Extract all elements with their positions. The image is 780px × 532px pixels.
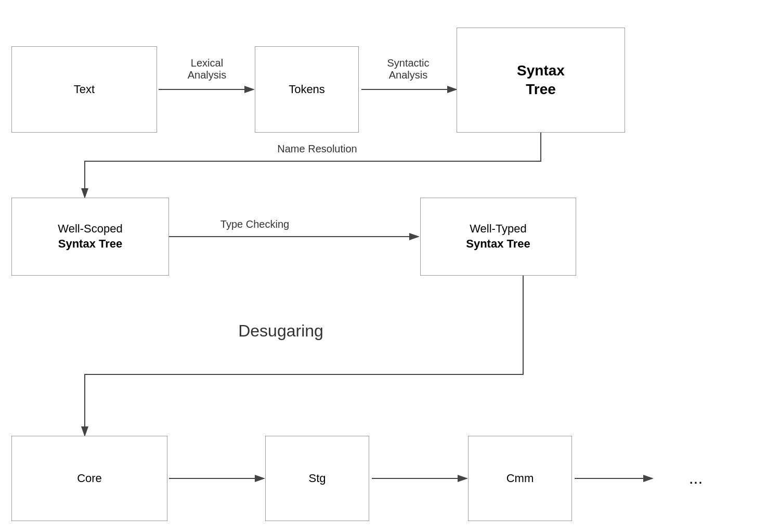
well-scoped-line1: Well-Scoped <box>58 222 122 237</box>
syntax-tree-box: Syntax Tree <box>457 28 625 133</box>
cmm-box: Cmm <box>468 436 572 521</box>
syntactic-analysis-label: SyntacticAnalysis <box>364 57 452 81</box>
core-box: Core <box>11 436 167 521</box>
dots-label: ... <box>689 468 703 489</box>
text-box: Text <box>11 46 157 133</box>
stg-box: Stg <box>265 436 369 521</box>
text-label: Text <box>74 82 95 97</box>
core-label: Core <box>77 471 102 486</box>
well-scoped-box: Well-Scoped Syntax Tree <box>11 198 169 276</box>
tokens-label: Tokens <box>289 82 325 97</box>
well-typed-line2: Syntax Tree <box>466 237 530 252</box>
name-resolution-label: Name Resolution <box>250 143 385 155</box>
well-typed-line1: Well-Typed <box>470 222 527 237</box>
syntax-tree-line1: Syntax <box>517 61 565 80</box>
lexical-analysis-label: LexicalAnalysis <box>165 57 249 81</box>
diagram: Text Tokens Syntax Tree LexicalAnalysis … <box>0 0 780 532</box>
stg-label: Stg <box>308 471 326 486</box>
cmm-label: Cmm <box>506 471 534 486</box>
syntax-tree-line2: Tree <box>526 80 556 99</box>
well-typed-box: Well-Typed Syntax Tree <box>420 198 576 276</box>
tokens-box: Tokens <box>255 46 359 133</box>
dots-box: ... <box>654 436 737 521</box>
type-checking-label: Type Checking <box>203 218 307 230</box>
well-scoped-line2: Syntax Tree <box>58 237 123 252</box>
desugaring-label: Desugaring <box>203 321 359 341</box>
